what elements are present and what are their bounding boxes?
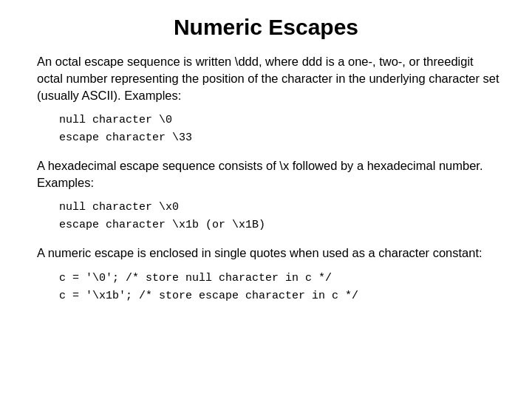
section-octal: An octal escape sequence is written \ddd…	[30, 53, 502, 147]
code-line-2: escape character \33	[59, 129, 502, 147]
code-line-3: null character \x0	[59, 199, 502, 216]
section-numeric-code: c = '\0'; /* store null character in c *…	[59, 270, 502, 305]
section-numeric: A numeric escape is enclosed in single q…	[30, 245, 502, 304]
section-hex-code: null character \x0 escape character \x1b…	[59, 199, 502, 234]
section-hex-paragraph: A hexadecimal escape sequence consists o…	[37, 157, 502, 191]
section-hex: A hexadecimal escape sequence consists o…	[30, 157, 502, 234]
code-line-4: escape character \x1b (or \x1B)	[59, 216, 502, 234]
page-title: Numeric Escapes	[30, 15, 502, 40]
section-numeric-paragraph: A numeric escape is enclosed in single q…	[37, 245, 502, 262]
section-octal-code: null character \0 escape character \33	[59, 112, 502, 147]
page: Numeric Escapes An octal escape sequence…	[0, 0, 532, 399]
code-line-1: null character \0	[59, 112, 502, 129]
section-octal-paragraph: An octal escape sequence is written \ddd…	[37, 53, 502, 104]
code-line-6: c = '\x1b'; /* store escape character in…	[59, 287, 502, 305]
code-line-5: c = '\0'; /* store null character in c *…	[59, 270, 502, 287]
